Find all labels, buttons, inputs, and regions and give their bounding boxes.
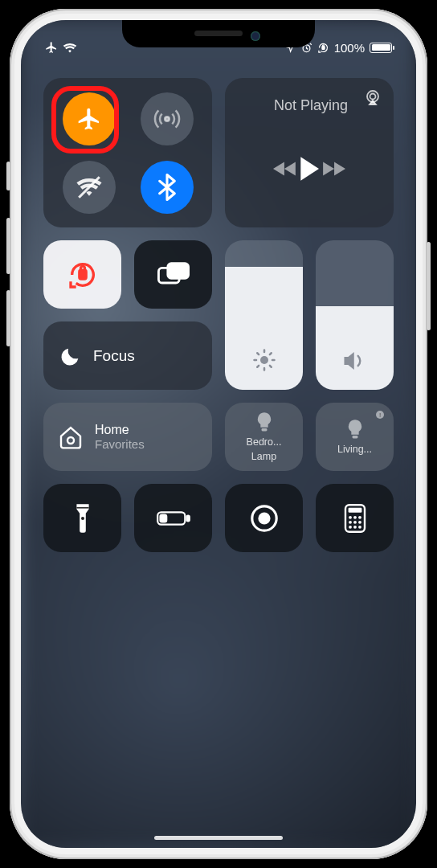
svg-rect-8 xyxy=(167,263,188,278)
home-subtitle-label: Favorites xyxy=(95,437,145,452)
cellular-data-toggle[interactable] xyxy=(141,92,194,145)
battery-low-icon xyxy=(156,509,191,528)
svg-point-32 xyxy=(358,515,361,518)
svg-line-15 xyxy=(269,366,271,367)
screen-record-button[interactable] xyxy=(225,484,303,552)
notch xyxy=(122,20,315,47)
home-favorites-button[interactable]: Home Favorites xyxy=(43,403,212,471)
device-sublabel: Lamp xyxy=(230,452,298,463)
volume-icon xyxy=(342,350,368,372)
device-label: Living... xyxy=(321,444,389,456)
svg-line-16 xyxy=(257,366,259,367)
airplane-icon xyxy=(76,106,102,132)
svg-rect-1 xyxy=(322,46,325,49)
brightness-icon xyxy=(252,348,276,372)
media-next-button[interactable] xyxy=(321,160,345,178)
svg-point-27 xyxy=(258,512,270,524)
media-play-button[interactable] xyxy=(297,156,321,182)
antenna-icon xyxy=(153,105,181,133)
screen-mirroring-icon xyxy=(157,262,190,288)
svg-point-34 xyxy=(353,520,357,523)
battery-percent-label: 100% xyxy=(334,41,365,55)
svg-rect-19 xyxy=(261,428,267,432)
home-indicator[interactable] xyxy=(154,836,283,840)
airplane-mode-toggle[interactable] xyxy=(63,92,116,145)
flashlight-icon xyxy=(74,503,92,534)
airplay-icon xyxy=(363,88,382,107)
focus-label: Focus xyxy=(93,347,135,365)
svg-point-33 xyxy=(349,520,352,523)
low-power-mode-button[interactable] xyxy=(134,484,212,552)
svg-rect-20 xyxy=(352,436,357,439)
svg-point-38 xyxy=(358,525,361,528)
svg-point-9 xyxy=(260,356,268,364)
device-label: Bedro... xyxy=(230,437,298,448)
airplane-mode-status-icon xyxy=(45,41,58,54)
wifi-off-icon xyxy=(76,175,103,199)
media-title-label: Not Playing xyxy=(274,97,348,114)
bluetooth-icon xyxy=(157,174,178,201)
alert-badge-icon: ! xyxy=(376,411,384,419)
svg-rect-6 xyxy=(79,270,85,279)
media-prev-button[interactable] xyxy=(273,160,297,178)
wifi-toggle[interactable] xyxy=(63,161,116,214)
bluetooth-toggle[interactable] xyxy=(141,161,194,214)
rewind-icon xyxy=(273,160,297,178)
calculator-button[interactable] xyxy=(316,484,394,552)
svg-line-17 xyxy=(269,353,271,354)
airplay-button[interactable] xyxy=(363,88,382,107)
calculator-icon xyxy=(344,504,366,533)
volume-slider[interactable] xyxy=(316,240,394,390)
device-tile-bedroom-lamp[interactable]: Bedro... Lamp xyxy=(225,403,303,471)
play-icon xyxy=(297,156,321,182)
svg-line-14 xyxy=(257,353,259,354)
moon-icon xyxy=(59,345,82,367)
svg-point-30 xyxy=(349,515,352,518)
control-center: Not Playing xyxy=(21,20,416,848)
svg-rect-24 xyxy=(186,515,189,521)
svg-rect-29 xyxy=(348,507,361,512)
home-icon xyxy=(58,424,84,450)
bulb-icon xyxy=(255,411,274,434)
flashlight-button[interactable] xyxy=(43,484,121,552)
svg-point-5 xyxy=(370,94,376,100)
svg-rect-22 xyxy=(76,507,88,509)
record-icon xyxy=(249,503,280,534)
screen: 100% xyxy=(21,20,416,848)
focus-button[interactable]: Focus xyxy=(43,321,212,390)
forward-icon xyxy=(321,160,345,178)
screen-mirroring-button[interactable] xyxy=(134,240,212,309)
wifi-status-icon xyxy=(63,42,77,53)
orientation-lock-status-icon xyxy=(317,42,329,54)
media-controls-group[interactable]: Not Playing xyxy=(225,78,394,227)
device-tile-living[interactable]: ! Living... xyxy=(316,403,394,471)
svg-point-37 xyxy=(353,525,357,528)
bulb-icon xyxy=(345,419,365,441)
rotation-lock-icon xyxy=(67,259,99,291)
battery-icon xyxy=(370,43,392,53)
svg-point-31 xyxy=(353,515,357,518)
svg-point-18 xyxy=(67,437,74,444)
svg-point-36 xyxy=(349,525,352,528)
home-title-label: Home xyxy=(95,422,145,437)
brightness-slider[interactable] xyxy=(225,240,303,390)
orientation-lock-toggle[interactable] xyxy=(43,240,121,309)
svg-point-2 xyxy=(165,117,169,121)
svg-rect-25 xyxy=(160,514,166,522)
connectivity-group[interactable] xyxy=(43,78,212,227)
svg-point-35 xyxy=(358,520,361,523)
phone-frame: 100% xyxy=(10,9,427,859)
svg-point-21 xyxy=(80,516,84,519)
